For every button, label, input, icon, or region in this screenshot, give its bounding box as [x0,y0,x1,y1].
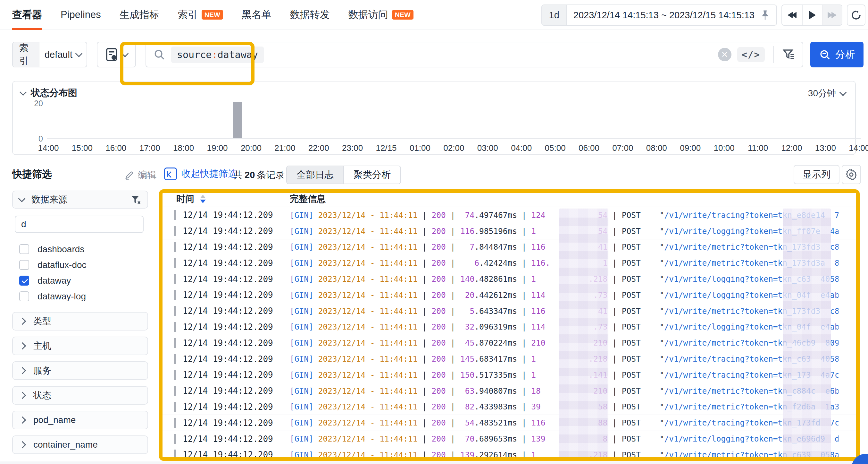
log-level-marker [174,210,176,220]
row-message: [GIN] 2023/12/14 - 11:44:11 | 200 | 20.4… [290,290,838,300]
edit-filters-button[interactable]: 编辑 [124,169,156,182]
index-value[interactable]: default [44,50,72,60]
index-selector[interactable]: 索引 default [12,42,87,67]
source-option-dashboards[interactable]: dashboards [19,241,148,257]
time-range-picker[interactable]: 1d 2023/12/14 14:15:13 ~ 2023/12/15 14:1… [541,4,777,26]
step-back-button[interactable] [782,5,802,25]
table-row-9[interactable]: 12/14 19:44:12.209[GIN] 2023/12/14 - 11:… [161,335,860,351]
play-button[interactable] [802,5,822,25]
tab-all-logs[interactable]: 全部日志 [287,166,343,183]
pin-icon[interactable] [760,10,770,21]
filter-section-状态[interactable]: 状态 [12,386,148,405]
table-row-12[interactable]: 12/14 19:44:12.209[GIN] 2023/12/14 - 11:… [161,383,860,399]
table-row-16[interactable]: 12/14 19:44:12.209[GIN] 2023/12/14 - 11:… [161,447,860,460]
nav-item-5[interactable]: 黑名单 [242,0,272,30]
collapse-chart-icon[interactable] [20,89,27,96]
filter-section-pod_name[interactable]: pod_name [12,411,148,429]
time-step-controls [781,4,842,26]
table-row-15[interactable]: 12/14 19:44:12.209[GIN] 2023/12/14 - 11:… [161,431,860,447]
row-message: [GIN] 2023/12/14 - 11:44:11 | 200 | 70.6… [290,434,838,443]
table-row-11[interactable]: 12/14 19:44:12.209[GIN] 2023/12/14 - 11:… [161,367,860,383]
row-time: 12/14 19:44:12.209 [176,306,290,316]
nav-item-4[interactable]: 索引NEW [178,0,223,30]
source-option-dataflux-doc[interactable]: dataflux-doc [19,257,148,273]
row-message: [GIN] 2023/12/14 - 11:44:11 | 200 | 63.9… [290,386,838,396]
checkbox[interactable] [19,244,29,254]
nav-item-1[interactable]: 查看器 [12,0,42,30]
nav-item-3[interactable]: 生成指标 [120,0,159,30]
x-tick: 09:00 [679,143,702,153]
x-tick: 04:00 [510,143,533,153]
bar-chart-plot[interactable] [47,103,861,139]
table-row-2[interactable]: 12/14 19:44:12.209[GIN] 2023/12/14 - 11:… [161,223,860,239]
bottom-edge [0,461,868,464]
table-row-1[interactable]: 12/14 19:44:12.209[GIN] 2023/12/14 - 11:… [161,207,860,223]
filter-funnel-icon[interactable] [782,48,796,61]
x-tick: 11:00 [747,143,769,153]
row-message: [GIN] 2023/12/14 - 11:44:11 | 200 | 7.84… [290,242,838,252]
filter-section-主机[interactable]: 主机 [12,337,148,355]
x-tick: 05:00 [544,143,566,153]
filter-section-服务[interactable]: 服务 [12,361,148,380]
table-settings-button[interactable] [842,165,861,184]
x-tick: 21:00 [274,143,296,153]
x-axis-ticks: 14:0015:0016:0017:0018:0019:0020:0021:00… [37,143,868,153]
x-tick: 19:00 [206,143,228,153]
search-input[interactable]: source:dataway ✕ </> [146,42,803,67]
sort-icon[interactable] [200,195,206,203]
saved-views-button[interactable] [97,42,136,67]
bucket-interval-select[interactable]: 30分钟 [808,87,845,99]
quick-filter-sidebar: 数据来源 dashboardsdataflux-docdatawaydatawa… [12,191,148,304]
filter-clear-icon[interactable] [130,194,141,205]
log-level-marker [174,226,176,236]
table-row-3[interactable]: 12/14 19:44:12.209[GIN] 2023/12/14 - 11:… [161,239,860,255]
code-mode-icon[interactable]: </> [737,47,765,62]
refresh-button[interactable] [847,4,865,26]
query-token-chip[interactable]: source:dataway [171,47,264,63]
collapsed-filter-sections: 类型主机服务状态pod_namecontainer_name [12,312,148,460]
source-filter-input[interactable] [15,215,144,233]
tab-cluster[interactable]: 聚类分析 [343,166,400,183]
source-section-header[interactable]: 数据来源 [12,191,148,209]
source-option-dataway-log[interactable]: dataway-log [19,288,148,304]
table-row-6[interactable]: 12/14 19:44:12.209[GIN] 2023/12/14 - 11:… [161,287,860,303]
table-row-10[interactable]: 12/14 19:44:12.209[GIN] 2023/12/14 - 11:… [161,351,860,367]
table-row-7[interactable]: 12/14 19:44:12.209[GIN] 2023/12/14 - 11:… [161,303,860,319]
query-bar: 索引 default source:dataway ✕ </> [0,42,868,69]
table-row-13[interactable]: 12/14 19:44:12.209[GIN] 2023/12/14 - 11:… [161,399,860,415]
row-time: 12/14 19:44:12.209 [176,258,290,268]
chevron-right-icon [19,441,26,448]
analyze-icon [819,49,831,61]
time-range-preset[interactable]: 1d [542,5,567,25]
filter-section-类型[interactable]: 类型 [12,312,148,330]
source-option-dataway[interactable]: dataway [19,273,148,288]
table-row-14[interactable]: 12/14 19:44:12.209[GIN] 2023/12/14 - 11:… [161,415,860,431]
collapse-quick-filter-button[interactable]: 收起快捷筛选 [164,168,237,180]
log-level-marker [174,242,176,252]
nav-item-7[interactable]: 数据访问NEW [348,0,413,30]
checkbox[interactable] [19,276,29,286]
table-row-8[interactable]: 12/14 19:44:12.209[GIN] 2023/12/14 - 11:… [161,319,860,335]
column-header-time[interactable]: 时间 [161,193,290,205]
clear-query-icon[interactable]: ✕ [718,48,732,61]
step-forward-button[interactable] [822,5,842,25]
table-row-5[interactable]: 12/14 19:44:12.209[GIN] 2023/12/14 - 11:… [161,271,860,287]
row-time: 12/14 19:44:12.209 [176,370,290,380]
filter-section-container_name[interactable]: container_name [12,435,148,454]
row-message: [GIN] 2023/12/14 - 11:44:11 | 200 | 145.… [290,354,838,364]
row-message: [GIN] 2023/12/14 - 11:44:11 | 200 | 74.4… [290,210,838,220]
gear-icon [845,169,858,181]
chart-bar[interactable] [233,102,242,138]
collapse-left-icon [164,168,177,180]
checkbox[interactable] [19,260,29,270]
analyze-button[interactable]: 分析 [810,42,864,67]
time-range-value[interactable]: 2023/12/14 14:15:13 ~ 2023/12/15 14:15:1… [574,10,754,21]
table-row-4[interactable]: 12/14 19:44:12.209[GIN] 2023/12/14 - 11:… [161,255,860,271]
x-tick: 12:00 [780,143,803,153]
checkbox[interactable] [19,291,29,301]
chevron-right-icon [19,416,26,424]
show-columns-button[interactable]: 显示列 [794,165,839,184]
nav-item-2[interactable]: Pipelines [61,0,101,30]
column-header-message[interactable]: 完整信息 [290,193,326,205]
nav-item-6[interactable]: 数据转发 [290,0,330,30]
